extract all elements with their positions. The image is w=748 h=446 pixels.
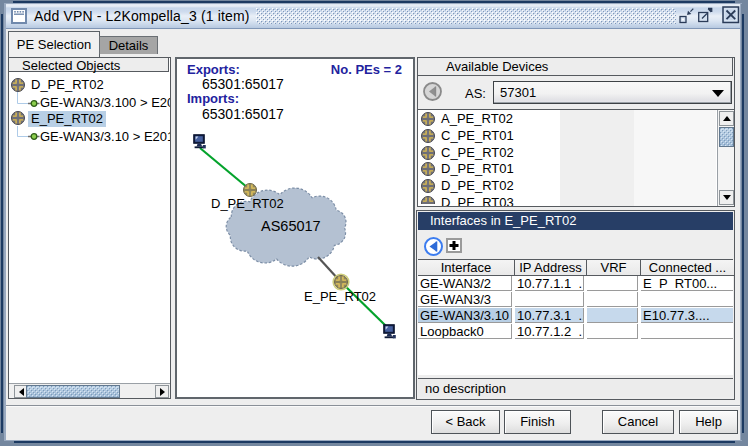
svg-text:D_PE_RT02: D_PE_RT02 [211,196,284,211]
svg-text:AS65017: AS65017 [261,218,321,234]
svg-text:E_PE_RT02: E_PE_RT02 [304,289,376,304]
